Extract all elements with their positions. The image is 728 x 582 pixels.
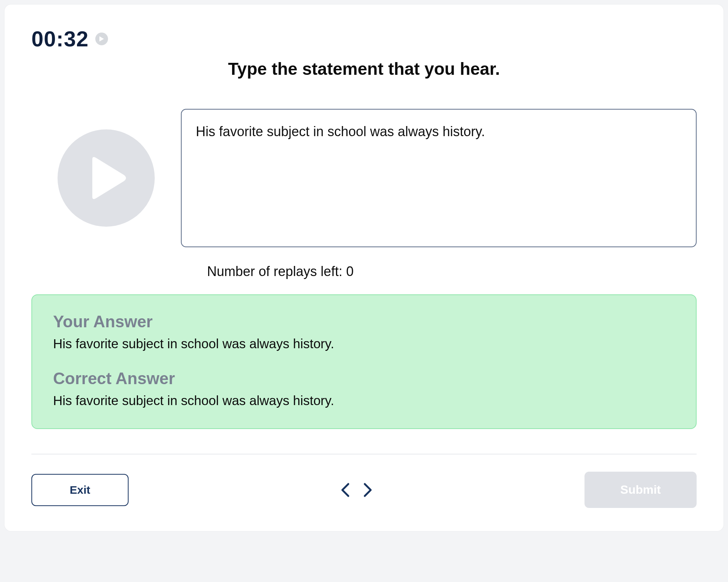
timer-play-button[interactable] bbox=[95, 33, 108, 45]
prompt-heading: Type the statement that you hear. bbox=[31, 59, 697, 79]
next-button[interactable] bbox=[363, 483, 373, 497]
your-answer-text: His favorite subject in school was alway… bbox=[53, 336, 675, 351]
answer-input[interactable] bbox=[181, 109, 697, 247]
play-icon bbox=[99, 36, 104, 42]
play-icon bbox=[90, 156, 128, 200]
quiz-card: 00:32 Type the statement that you hear. … bbox=[4, 4, 724, 531]
nav-arrows bbox=[340, 483, 373, 497]
prev-button[interactable] bbox=[340, 483, 350, 497]
chevron-right-icon bbox=[363, 483, 373, 497]
answer-column bbox=[181, 109, 697, 247]
exit-button[interactable]: Exit bbox=[31, 474, 129, 506]
correct-answer-heading: Correct Answer bbox=[53, 369, 675, 388]
content-row bbox=[31, 109, 697, 247]
chevron-left-icon bbox=[340, 483, 350, 497]
footer: Exit Submit bbox=[31, 472, 697, 508]
submit-button[interactable]: Submit bbox=[584, 472, 697, 508]
timer-display: 00:32 bbox=[31, 26, 89, 51]
audio-play-button[interactable] bbox=[58, 129, 155, 227]
replays-remaining: Number of replays left: 0 bbox=[31, 264, 697, 279]
your-answer-heading: Your Answer bbox=[53, 312, 675, 331]
footer-divider bbox=[31, 454, 697, 454]
timer-row: 00:32 bbox=[31, 26, 697, 51]
correct-answer-text: His favorite subject in school was alway… bbox=[53, 393, 675, 408]
feedback-panel: Your Answer His favorite subject in scho… bbox=[31, 294, 697, 429]
